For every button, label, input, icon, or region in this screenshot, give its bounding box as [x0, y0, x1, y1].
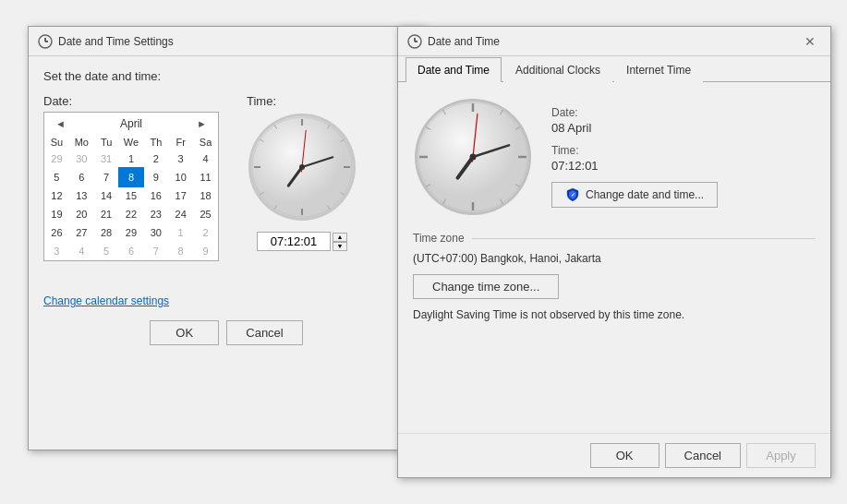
calendar-day[interactable]: 7: [143, 242, 168, 260]
apply-button[interactable]: Apply: [746, 443, 816, 468]
calendar-day[interactable]: 29: [44, 150, 69, 168]
calendar-day[interactable]: 30: [143, 223, 168, 242]
right-close-button[interactable]: ✕: [799, 30, 821, 53]
tab-bar: Date and Time Additional Clocks Internet…: [398, 56, 830, 82]
right-title-bar: Date and Time ✕: [398, 27, 830, 56]
calendar-day[interactable]: 2: [143, 150, 168, 168]
clock-icon-right: [407, 34, 422, 49]
calendar-month: April: [120, 117, 142, 130]
cal-header: Th: [143, 135, 168, 150]
cal-header: We: [119, 135, 144, 150]
left-cancel-button[interactable]: Cancel: [226, 320, 302, 345]
calendar-day[interactable]: 31: [94, 150, 119, 168]
cal-header: Fr: [168, 135, 193, 150]
change-date-time-label: Change date and time...: [586, 188, 704, 201]
calendar-day[interactable]: 11: [193, 168, 218, 186]
change-timezone-button[interactable]: Change time zone...: [413, 274, 559, 299]
calendar-settings-link[interactable]: Change calendar settings: [43, 294, 169, 307]
tab-date-time[interactable]: Date and Time: [405, 57, 502, 82]
calendar-day[interactable]: 14: [94, 186, 119, 205]
calendar-grid: SuMoTuWeThFrSa 2930311234567891011121314…: [44, 135, 218, 260]
calendar-day[interactable]: 23: [143, 205, 168, 223]
left-window-title: Date and Time Settings: [58, 35, 174, 48]
calendar-day[interactable]: 16: [143, 186, 168, 205]
timezone-value: (UTC+07:00) Bangkok, Hanoi, Jakarta: [413, 252, 816, 265]
calendar-day[interactable]: 4: [69, 242, 94, 260]
svg-text:✓: ✓: [571, 192, 575, 198]
svg-point-21: [299, 164, 305, 170]
calendar-day[interactable]: 4: [193, 150, 218, 168]
left-title-bar: Date and Time Settings ✕: [29, 27, 424, 56]
divider-line: [472, 238, 816, 239]
date-settings-window: Date and Time Settings ✕ Set the date an…: [28, 26, 425, 450]
calendar-day[interactable]: 7: [94, 168, 119, 186]
calendar-day[interactable]: 3: [168, 150, 193, 168]
timezone-section-label: Time zone: [413, 232, 465, 245]
calendar-day[interactable]: 8: [119, 168, 144, 186]
calendar-day[interactable]: 6: [69, 168, 94, 186]
calendar-day[interactable]: 17: [168, 186, 193, 205]
calendar-day[interactable]: 3: [44, 242, 69, 260]
time-label: Time:: [247, 94, 357, 108]
time-input[interactable]: [257, 232, 331, 251]
date-time-window: Date and Time ✕ Date and Time Additional…: [397, 26, 831, 478]
time-info-value: 07:12:01: [551, 159, 816, 173]
calendar-day[interactable]: 10: [168, 168, 193, 186]
time-down-button[interactable]: ▼: [333, 242, 347, 251]
cal-header: Su: [44, 135, 69, 150]
date-info: Date: 08 April Time: 07:12:01 ✓ Change d…: [551, 106, 816, 208]
calendar-day[interactable]: 27: [69, 223, 94, 242]
clock-icon: [38, 34, 53, 49]
right-ok-button[interactable]: OK: [590, 443, 659, 468]
tab-content: Date: 08 April Time: 07:12:01 ✓ Change d…: [398, 82, 830, 336]
calendar-day[interactable]: 9: [143, 168, 168, 186]
right-cancel-button[interactable]: Cancel: [665, 443, 741, 468]
svg-point-43: [470, 154, 477, 161]
calendar-day[interactable]: 30: [69, 150, 94, 168]
large-clock-face: [413, 97, 533, 217]
date-label: Date:: [43, 94, 219, 108]
calendar-day[interactable]: 5: [94, 242, 119, 260]
calendar-day[interactable]: 20: [69, 205, 94, 223]
change-date-time-button[interactable]: ✓ Change date and time...: [551, 182, 718, 208]
time-up-button[interactable]: ▲: [333, 233, 347, 242]
calendar-day[interactable]: 18: [193, 186, 218, 205]
calendar-day[interactable]: 5: [44, 168, 69, 186]
calendar-day[interactable]: 25: [193, 205, 218, 223]
prev-month-button[interactable]: ◄: [52, 116, 69, 131]
calendar-day[interactable]: 22: [119, 205, 144, 223]
cal-header: Mo: [69, 135, 94, 150]
left-ok-button[interactable]: OK: [150, 320, 219, 345]
date-info-value: 08 April: [551, 121, 816, 135]
date-info-label: Date:: [551, 106, 816, 119]
calendar-day[interactable]: 2: [193, 223, 218, 242]
shield-icon: ✓: [565, 187, 580, 202]
cal-header: Sa: [193, 135, 218, 150]
calendar-day[interactable]: 12: [44, 186, 69, 205]
calendar-day[interactable]: 6: [119, 242, 144, 260]
small-clock-face: [247, 112, 357, 222]
calendar-day[interactable]: 8: [168, 242, 193, 260]
calendar-day[interactable]: 9: [193, 242, 218, 260]
bottom-button-row: OK Cancel Apply: [398, 433, 830, 477]
cal-header: Tu: [94, 135, 119, 150]
calendar-day[interactable]: 15: [119, 186, 144, 205]
right-window-title: Date and Time: [428, 35, 500, 48]
dst-note: Daylight Saving Time is not observed by …: [413, 308, 816, 321]
time-info-label: Time:: [551, 144, 816, 157]
set-datetime-label: Set the date and time:: [43, 69, 409, 83]
calendar: ◄ April ► SuMoTuWeThFrSa 293031123456789…: [43, 112, 219, 261]
next-month-button[interactable]: ►: [193, 116, 211, 131]
calendar-day[interactable]: 24: [168, 205, 193, 223]
timezone-divider: Time zone: [413, 232, 816, 245]
calendar-day[interactable]: 21: [94, 205, 119, 223]
calendar-day[interactable]: 19: [44, 205, 69, 223]
calendar-day[interactable]: 29: [119, 223, 144, 242]
calendar-day[interactable]: 28: [94, 223, 119, 242]
calendar-day[interactable]: 1: [168, 223, 193, 242]
calendar-day[interactable]: 26: [44, 223, 69, 242]
calendar-day[interactable]: 13: [69, 186, 94, 205]
calendar-day[interactable]: 1: [119, 150, 144, 168]
tab-internet-time[interactable]: Internet Time: [614, 57, 703, 82]
tab-additional-clocks[interactable]: Additional Clocks: [503, 57, 612, 82]
